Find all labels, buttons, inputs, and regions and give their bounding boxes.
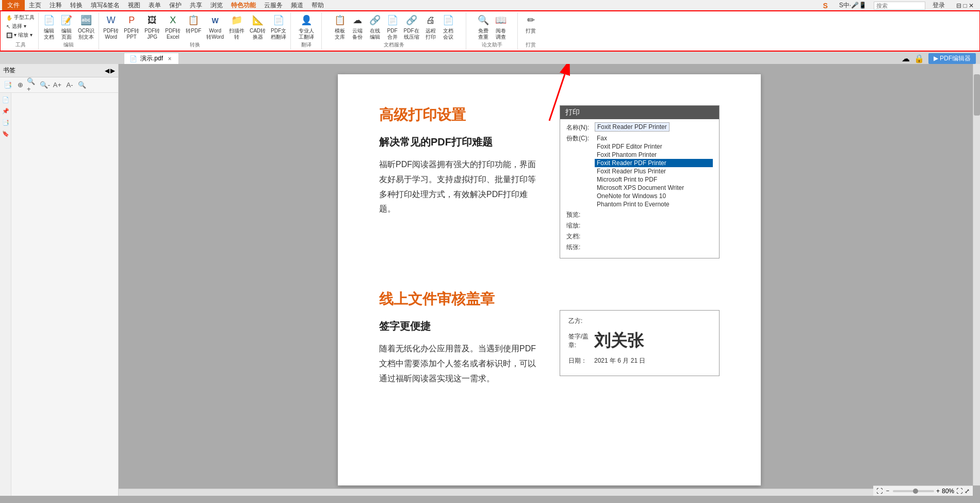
online-edit-btn[interactable]: 🔗 在线编辑 — [367, 13, 383, 41]
menu-share[interactable]: 共享 — [186, 0, 206, 11]
option-ms-pdf[interactable]: Microsoft Print to PDF — [595, 175, 713, 184]
pdf-translate-btn[interactable]: 📄 PDF文档翻译 — [269, 13, 288, 41]
academic-group-label: 论文助手 — [482, 41, 502, 48]
survey-btn[interactable]: 📖 阅卷调查 — [493, 13, 509, 41]
menu-special[interactable]: 特色功能 — [227, 0, 260, 11]
pdf-editor-button[interactable]: ▶ PDF编辑器 — [928, 53, 976, 64]
pdf-to-jpg-btn[interactable]: 🖼 PDF转JPG — [142, 13, 162, 41]
menu-protect[interactable]: 保护 — [165, 0, 186, 11]
sidebar-icon-tag[interactable]: 🔖 — [1, 129, 10, 138]
menu-home[interactable]: 主页 — [25, 0, 45, 11]
scrollbar-thumb[interactable] — [974, 74, 980, 116]
option-ms-xps[interactable]: Microsoft XPS Document Writer — [595, 184, 713, 192]
pdf-excel-label: PDF转Excel — [165, 28, 181, 40]
zoom-value: 80% — [942, 488, 954, 495]
to-pdf-btn[interactable]: 📋 转PDF — [184, 13, 203, 35]
plagiarism-btn[interactable]: 🔍 免费查重 — [475, 13, 492, 41]
pro-translate-btn[interactable]: 👤 专业人工翻译 — [297, 13, 316, 41]
survey-label: 阅卷调查 — [496, 28, 506, 40]
menu-file[interactable]: 文件 — [2, 0, 25, 11]
pdf-merge-btn[interactable]: 📄 PDF合并 — [384, 13, 401, 41]
word-to-word-btn[interactable]: W Word转Word — [204, 13, 226, 41]
sidebar-icon-layers[interactable]: 📑 — [1, 118, 10, 127]
sidebar-icon-bookmark[interactable]: 📌 — [1, 106, 10, 116]
hand-tool-btn[interactable]: ✋ 手型工具 — [5, 13, 36, 22]
option-foxit-plus[interactable]: Foxit Reader Plus Printer — [595, 167, 713, 175]
option-onenote[interactable]: OneNote for Windows 10 — [595, 192, 713, 200]
tab-bar: 📄 演示.pdf × ☁ 🔒 ▶ PDF编辑器 — [0, 52, 980, 64]
edit-doc-btn[interactable]: 📄 编辑文档 — [41, 13, 57, 41]
zoom-minus-btn[interactable]: － — [885, 486, 891, 495]
ocr-label: OCR识别文本 — [78, 28, 94, 40]
zoom-thumb[interactable] — [913, 489, 918, 494]
pdf-to-word-btn[interactable]: W PDF转Word — [101, 13, 121, 41]
option-phantom-evernote[interactable]: Phantom Print to Evernote — [595, 200, 713, 208]
h-scrollbar[interactable] — [119, 489, 973, 496]
reward-icon: ✏ — [525, 14, 537, 27]
template-btn[interactable]: 📋 模板文库 — [332, 13, 348, 41]
edit-page-label: 编辑页面 — [61, 28, 72, 40]
scan-convert-btn[interactable]: 📁 扫描件转 — [227, 13, 247, 41]
file-tab[interactable]: 📄 演示.pdf × — [124, 53, 179, 64]
pdf-compress-btn[interactable]: 🔗 PDF在线压缩 — [402, 13, 421, 41]
menu-help[interactable]: 帮助 — [307, 0, 328, 11]
search-input[interactable] — [874, 2, 925, 10]
menu-comment[interactable]: 注释 — [45, 0, 66, 11]
expand-btn[interactable]: ⤢ — [965, 488, 970, 495]
print-options-list: Fax Foxit PDF Editor Printer Foxit Phant… — [595, 134, 713, 208]
template-icon: 📋 — [334, 14, 346, 27]
sogou-label[interactable]: S中·🎤📱 — [835, 0, 871, 11]
ocr-btn[interactable]: 🔤 OCR识别文本 — [76, 13, 96, 41]
pro-translate-label: 专业人工翻译 — [299, 28, 314, 40]
option-fax[interactable]: Fax — [595, 134, 713, 142]
menu-convert[interactable]: 转换 — [66, 0, 87, 11]
menu-browse[interactable]: 浏览 — [206, 0, 227, 11]
doc-meeting-btn[interactable]: 📄 文档会议 — [440, 13, 456, 41]
v-scrollbar[interactable] — [973, 64, 980, 485]
print-doc-row: 文档: — [566, 232, 713, 241]
sidebar-font-down-btn[interactable]: A- — [64, 79, 75, 91]
sidebar-zoom-out-btn[interactable]: 🔍- — [39, 79, 51, 91]
menu-view[interactable]: 视图 — [124, 0, 144, 11]
option-foxit-phantom[interactable]: Foxit Phantom Printer — [595, 151, 713, 159]
sidebar-zoom-in-btn[interactable]: 🔍+ — [27, 79, 38, 91]
reward-group-label: 打赏 — [526, 41, 536, 48]
option-foxit-reader-selected[interactable]: Foxit Reader PDF Printer — [595, 159, 713, 167]
sidebar-toolbar: 📑 ⊕ 🔍+ 🔍- A+ A- 🔍 — [0, 77, 118, 93]
sidebar-add-btn[interactable]: ⊕ — [14, 79, 26, 91]
to-pdf-label: 转PDF — [186, 28, 201, 34]
convert-group-label: 转换 — [190, 41, 200, 48]
option-foxit-editor[interactable]: Foxit PDF Editor Printer — [595, 142, 713, 151]
tools-group-label: 工具 — [15, 41, 26, 48]
zoom-expand-icon[interactable]: ⛶ — [876, 488, 883, 495]
login-btn[interactable]: 登录 — [928, 0, 949, 11]
zoom-btn[interactable]: 🔲 ▾ 缩放 ▾ — [5, 31, 34, 39]
sidebar-icon-page[interactable]: 📄 — [1, 95, 10, 104]
sidebar-search-btn[interactable]: 🔍 — [76, 79, 88, 91]
pdf-to-excel-btn[interactable]: X PDF转Excel — [163, 13, 183, 41]
sidebar-pages-btn[interactable]: 📑 — [2, 79, 13, 91]
menu-form[interactable]: 表单 — [144, 0, 165, 11]
remote-print-btn[interactable]: 🖨 远程打印 — [422, 13, 439, 41]
edit-page-btn[interactable]: 📝 编辑页面 — [58, 13, 75, 41]
menu-extra[interactable]: 频道 — [287, 0, 307, 11]
cloud-backup-btn[interactable]: ☁ 云端备份 — [349, 13, 366, 41]
cad-convert-btn[interactable]: 📐 CAD转换器 — [248, 13, 268, 41]
print-name-label: 名称(N): — [566, 123, 595, 132]
sidebar-prev-btn[interactable]: ◀ — [105, 67, 109, 74]
reward-btn[interactable]: ✏ 打赏 — [522, 13, 539, 35]
select-btn[interactable]: ↖ 选择 ▾ — [5, 22, 28, 30]
sidebar-content: 📄 📌 📑 🔖 — [0, 93, 118, 496]
pdf-to-ppt-btn[interactable]: P PDF转PPT — [122, 13, 141, 41]
zoom-plus-btn[interactable]: + — [936, 488, 940, 495]
menu-sign[interactable]: 填写&签名 — [87, 0, 124, 11]
menu-cloud[interactable]: 云服务 — [260, 0, 287, 11]
print-paper-label: 纸张: — [566, 243, 595, 252]
zoom-slider[interactable] — [893, 490, 934, 492]
sidebar-font-up-btn[interactable]: A+ — [52, 79, 63, 91]
sig-date-row: 日期： 2021 年 6 月 21 日 — [568, 356, 711, 365]
fullscreen-btn[interactable]: ⛶ — [956, 488, 962, 495]
sidebar-next-btn[interactable]: ▶ — [110, 67, 115, 74]
section1-title: 高级打印设置 — [379, 105, 539, 125]
close-tab-btn[interactable]: × — [166, 55, 173, 62]
